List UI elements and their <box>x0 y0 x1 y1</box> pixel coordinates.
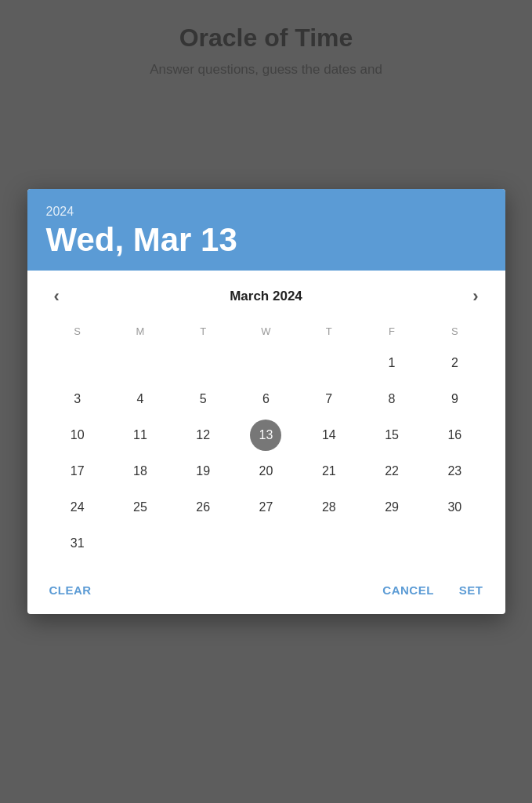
selected-year: 2024 <box>46 205 487 219</box>
calendar-day-cell[interactable]: 22 <box>385 453 399 489</box>
calendar-day-cell[interactable]: 10 <box>71 417 85 453</box>
calendar-day-cell[interactable]: 13 <box>250 420 281 451</box>
calendar-day-cell[interactable]: 26 <box>196 489 210 525</box>
cancel-button[interactable]: CANCEL <box>373 576 443 605</box>
set-button[interactable]: SET <box>450 576 493 605</box>
calendar-day-cell[interactable]: 2 <box>451 345 458 381</box>
calendar-day-cell[interactable]: 3 <box>74 381 81 417</box>
clear-button[interactable]: CLEAR <box>40 576 101 605</box>
calendar-grid: SMTWTFS123456789101112131415161718192021… <box>46 325 487 561</box>
day-of-week-header: T <box>172 325 234 345</box>
calendar-day-cell[interactable]: 1 <box>389 345 396 381</box>
calendar-day-cell[interactable]: 4 <box>136 381 143 417</box>
day-of-week-header: T <box>298 325 360 345</box>
selected-date: Wed, Mar 13 <box>46 222 487 258</box>
calendar-body: ‹ March 2024 › SMTWTFS123456789101112131… <box>27 271 505 568</box>
calendar-day-cell[interactable]: 21 <box>322 453 336 489</box>
calendar-day-cell[interactable]: 23 <box>447 453 461 489</box>
calendar-day-cell[interactable]: 30 <box>447 489 461 525</box>
calendar-day-cell[interactable]: 6 <box>262 381 270 417</box>
calendar-day-cell[interactable]: 18 <box>133 453 147 489</box>
calendar-day-cell[interactable]: 12 <box>196 417 210 453</box>
month-year-label: March 2024 <box>230 289 302 304</box>
calendar-day-cell[interactable]: 28 <box>322 489 336 525</box>
calendar-day-cell[interactable]: 11 <box>133 417 147 453</box>
date-picker-dialog: 2024 Wed, Mar 13 ‹ March 2024 › SMTWTFS1… <box>27 189 505 614</box>
calendar-day-cell[interactable]: 5 <box>200 381 207 417</box>
calendar-day-cell[interactable]: 31 <box>71 525 85 561</box>
dialog-actions: CLEAR CANCEL SET <box>27 568 505 614</box>
calendar-day-cell[interactable]: 15 <box>385 417 399 453</box>
calendar-day-cell[interactable]: 14 <box>322 417 336 453</box>
day-of-week-header: M <box>109 325 172 345</box>
day-of-week-header: F <box>360 325 423 345</box>
day-of-week-header: W <box>234 325 297 345</box>
calendar-nav: ‹ March 2024 › <box>46 280 487 313</box>
calendar-day-cell[interactable]: 8 <box>389 381 396 417</box>
calendar-day-cell[interactable]: 24 <box>71 489 85 525</box>
calendar-day-cell[interactable]: 9 <box>451 381 458 417</box>
day-of-week-header: S <box>423 325 486 345</box>
calendar-day-cell[interactable]: 29 <box>385 489 399 525</box>
calendar-day-cell[interactable]: 20 <box>259 453 273 489</box>
calendar-day-cell[interactable]: 27 <box>259 489 273 525</box>
calendar-day-cell[interactable]: 25 <box>133 489 147 525</box>
day-of-week-header: S <box>46 325 109 345</box>
next-month-button[interactable]: › <box>465 283 486 310</box>
calendar-day-cell[interactable]: 16 <box>447 417 461 453</box>
prev-month-button[interactable]: ‹ <box>46 283 67 310</box>
dialog-overlay: 2024 Wed, Mar 13 ‹ March 2024 › SMTWTFS1… <box>0 0 532 803</box>
calendar-day-cell[interactable]: 17 <box>71 453 85 489</box>
dialog-header: 2024 Wed, Mar 13 <box>27 189 505 271</box>
calendar-day-cell[interactable]: 7 <box>325 381 332 417</box>
calendar-day-cell[interactable]: 19 <box>196 453 210 489</box>
